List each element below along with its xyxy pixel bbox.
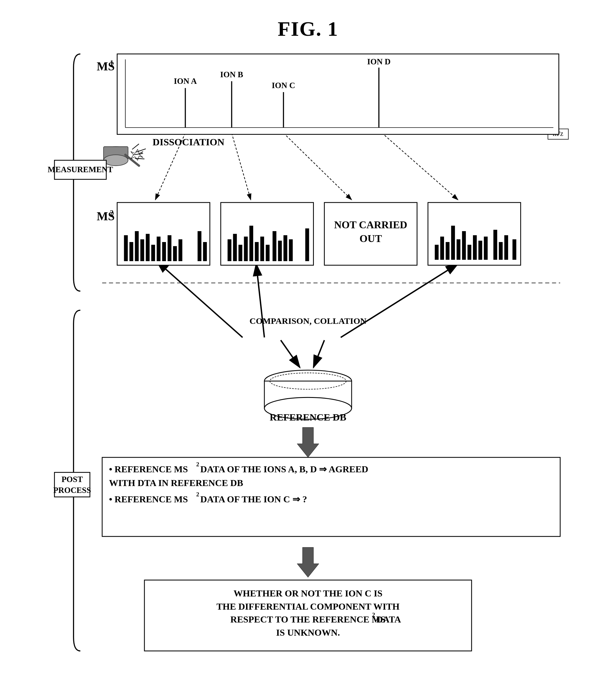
svg-line-19 bbox=[256, 264, 265, 337]
svg-rect-40 bbox=[117, 54, 559, 134]
svg-line-7 bbox=[379, 130, 458, 200]
svg-text:2: 2 bbox=[196, 491, 199, 498]
svg-point-10 bbox=[104, 155, 128, 166]
svg-text:ION C: ION C bbox=[272, 81, 295, 90]
svg-rect-85 bbox=[435, 245, 439, 260]
svg-text:RESPECT TO THE REFERENCE MS: RESPECT TO THE REFERENCE MS bbox=[230, 614, 386, 624]
svg-text:ION B: ION B bbox=[220, 70, 243, 79]
svg-text:MEASUREMENT: MEASUREMENT bbox=[48, 165, 113, 174]
svg-rect-69 bbox=[233, 234, 236, 261]
svg-line-20 bbox=[341, 264, 458, 337]
svg-marker-28 bbox=[297, 547, 319, 577]
svg-text:PROCESS: PROCESS bbox=[53, 486, 91, 495]
svg-text:2: 2 bbox=[110, 208, 114, 217]
svg-text:MS: MS bbox=[97, 210, 115, 223]
svg-text:WITH DTA IN REFERENCE DB: WITH DTA IN REFERENCE DB bbox=[109, 478, 243, 488]
svg-rect-66 bbox=[203, 242, 207, 261]
svg-rect-75 bbox=[266, 245, 270, 261]
svg-rect-58 bbox=[146, 234, 150, 261]
svg-point-23 bbox=[265, 370, 351, 392]
svg-rect-65 bbox=[198, 231, 201, 261]
svg-rect-70 bbox=[238, 245, 242, 261]
svg-rect-59 bbox=[151, 245, 155, 261]
svg-text:1: 1 bbox=[110, 59, 114, 67]
svg-rect-81 bbox=[324, 203, 417, 265]
svg-line-21 bbox=[281, 340, 300, 367]
svg-text:DATA OF THE ION C         ⇒ ?: DATA OF THE ION C ⇒ ? bbox=[200, 494, 307, 504]
svg-rect-9 bbox=[104, 147, 128, 160]
svg-rect-88 bbox=[451, 226, 455, 260]
page-title: FIG. 1 bbox=[0, 0, 616, 41]
svg-line-14 bbox=[134, 153, 143, 155]
svg-text:DATA: DATA bbox=[376, 614, 402, 624]
svg-rect-55 bbox=[129, 242, 133, 261]
svg-text:MS: MS bbox=[97, 60, 115, 73]
svg-rect-60 bbox=[157, 236, 160, 261]
svg-rect-53 bbox=[117, 203, 210, 265]
svg-rect-72 bbox=[250, 226, 253, 261]
svg-rect-98 bbox=[512, 240, 516, 260]
svg-line-15 bbox=[135, 158, 144, 159]
svg-rect-61 bbox=[162, 242, 166, 261]
svg-rect-86 bbox=[440, 236, 444, 260]
svg-rect-78 bbox=[283, 235, 287, 261]
svg-rect-96 bbox=[499, 242, 503, 260]
svg-line-11 bbox=[125, 155, 139, 166]
svg-marker-27 bbox=[297, 427, 319, 457]
svg-text:OUT: OUT bbox=[359, 233, 382, 244]
svg-rect-73 bbox=[255, 242, 259, 261]
svg-rect-94 bbox=[484, 236, 487, 260]
svg-line-5 bbox=[232, 133, 251, 200]
svg-point-25 bbox=[265, 397, 351, 419]
svg-rect-30 bbox=[54, 160, 106, 179]
svg-text:WHETHER OR NOT THE ION C IS: WHETHER OR NOT THE ION C IS bbox=[233, 588, 383, 598]
svg-rect-67 bbox=[221, 203, 314, 265]
svg-text:IS UNKNOWN.: IS UNKNOWN. bbox=[276, 627, 340, 638]
svg-rect-57 bbox=[140, 240, 144, 261]
svg-rect-80 bbox=[305, 228, 309, 261]
svg-rect-74 bbox=[260, 236, 264, 261]
svg-rect-62 bbox=[168, 235, 172, 261]
svg-rect-87 bbox=[446, 242, 450, 260]
svg-line-22 bbox=[314, 340, 324, 367]
svg-rect-63 bbox=[173, 246, 177, 261]
svg-rect-56 bbox=[135, 231, 138, 261]
svg-rect-93 bbox=[478, 241, 482, 260]
svg-rect-54 bbox=[124, 235, 128, 261]
svg-point-8 bbox=[104, 147, 128, 158]
svg-point-26 bbox=[270, 373, 346, 389]
svg-text:DATA OF THE IONS A, B, D ⇒ AGR: DATA OF THE IONS A, B, D ⇒ AGREED bbox=[200, 464, 368, 474]
svg-text:2: 2 bbox=[196, 461, 199, 468]
svg-rect-95 bbox=[493, 230, 497, 260]
svg-rect-109 bbox=[144, 580, 472, 651]
svg-rect-32 bbox=[54, 472, 90, 497]
svg-text:POST: POST bbox=[62, 475, 83, 484]
svg-text:REFERENCE DB: REFERENCE DB bbox=[270, 412, 346, 423]
svg-rect-92 bbox=[473, 235, 477, 260]
svg-rect-24 bbox=[265, 381, 351, 408]
svg-rect-64 bbox=[179, 240, 182, 261]
svg-rect-68 bbox=[227, 240, 231, 261]
svg-text:m/z: m/z bbox=[553, 130, 563, 137]
svg-rect-90 bbox=[462, 231, 466, 260]
svg-line-6 bbox=[283, 133, 351, 200]
svg-text:• REFERENCE MS: • REFERENCE MS bbox=[109, 464, 188, 474]
svg-text:INTENSITY: INTENSITY bbox=[128, 79, 136, 121]
svg-rect-71 bbox=[244, 236, 248, 261]
svg-rect-97 bbox=[504, 235, 508, 260]
svg-text:ION D: ION D bbox=[367, 57, 391, 66]
svg-rect-38 bbox=[548, 129, 568, 139]
svg-line-13 bbox=[136, 149, 146, 152]
svg-rect-79 bbox=[289, 240, 293, 261]
svg-rect-77 bbox=[278, 241, 282, 261]
svg-text:2: 2 bbox=[372, 611, 375, 618]
svg-rect-101 bbox=[102, 457, 560, 537]
svg-marker-16 bbox=[131, 149, 143, 160]
svg-text:DISSOCIATION: DISSOCIATION bbox=[153, 136, 224, 147]
svg-line-4 bbox=[155, 133, 185, 200]
svg-rect-84 bbox=[428, 203, 521, 265]
svg-text:ION A: ION A bbox=[174, 77, 197, 86]
svg-rect-89 bbox=[457, 240, 460, 260]
svg-text:COMPARISON, COLLATION: COMPARISON, COLLATION bbox=[250, 316, 366, 326]
svg-text:NOT CARRIED: NOT CARRIED bbox=[334, 219, 407, 231]
